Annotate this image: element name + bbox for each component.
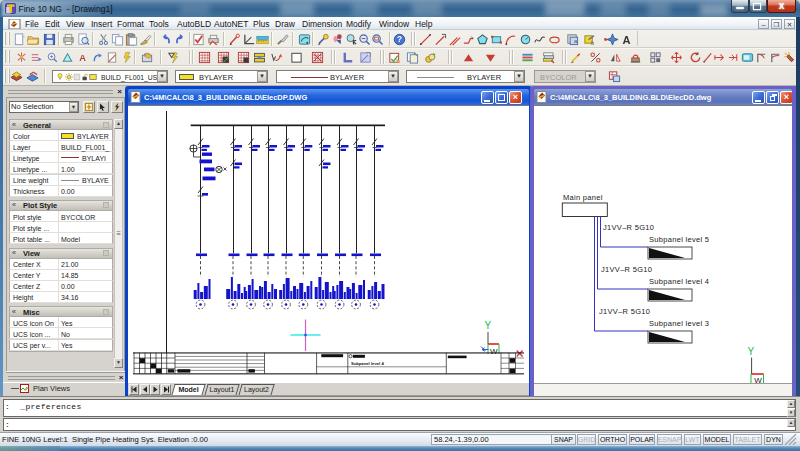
svg-text:Subpanel level 5: Subpanel level 5 bbox=[649, 235, 709, 244]
svg-text:J1VV–R 5G10: J1VV–R 5G10 bbox=[599, 307, 650, 316]
svg-text:Subpanel level 3: Subpanel level 3 bbox=[649, 319, 709, 328]
svg-text:A: A bbox=[79, 53, 86, 63]
svg-text:Y: Y bbox=[485, 320, 492, 331]
svg-text:W: W bbox=[754, 376, 762, 384]
svg-text:W: W bbox=[490, 347, 498, 356]
svg-text:Main panel: Main panel bbox=[563, 193, 603, 202]
svg-text:b: b bbox=[591, 39, 594, 45]
svg-text:Subpanel level 4: Subpanel level 4 bbox=[351, 361, 384, 366]
svg-text:Subpanel level 4: Subpanel level 4 bbox=[649, 277, 709, 286]
svg-text:J1VV–R 5G10: J1VV–R 5G10 bbox=[603, 223, 654, 232]
svg-text:?: ? bbox=[397, 34, 402, 44]
svg-text:A: A bbox=[622, 34, 630, 46]
svg-text:Y: Y bbox=[748, 346, 755, 357]
svg-text:J1VV–R 5G10: J1VV–R 5G10 bbox=[601, 265, 652, 274]
